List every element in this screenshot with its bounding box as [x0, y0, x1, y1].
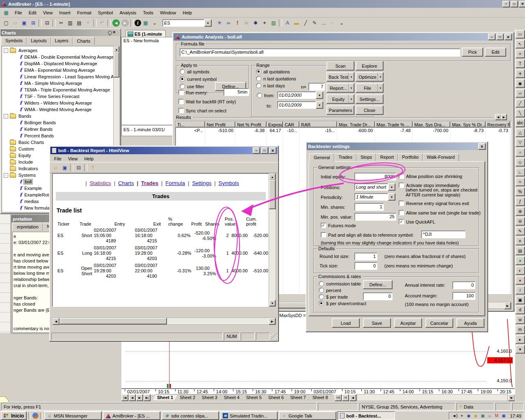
chevron-down-icon[interactable] [316, 101, 323, 109]
next-sheet-icon[interactable]: ▶ [136, 394, 143, 401]
checkbox-icon[interactable] [321, 232, 326, 237]
sheet-tab[interactable]: Sheet 6 [264, 394, 288, 400]
drawing-tool-icon[interactable]: ✎ [516, 227, 525, 235]
tree-item[interactable]: TSF - Time Series Forecast [2, 93, 113, 100]
toolbar-icon[interactable]: A [283, 19, 292, 27]
radio-icon[interactable] [256, 76, 261, 81]
checkbox-icon[interactable] [399, 201, 404, 206]
menu-item[interactable]: Window [157, 9, 179, 16]
toolbar-icon[interactable]: ✦ [260, 19, 269, 27]
drawing-tool-icon[interactable]: ╲ [516, 109, 525, 117]
tree-item[interactable]: MA - Simple Moving Average [2, 80, 113, 87]
drawing-tool-icon[interactable]: ▾ [516, 345, 525, 354]
menu-item[interactable]: View [40, 9, 56, 16]
aa-action-button[interactable]: Scan ▼ [326, 61, 354, 71]
checkbox-icon[interactable] [178, 108, 184, 113]
sheet-i-button[interactable]: +I [342, 394, 349, 401]
run-every-field[interactable]: 5min [224, 88, 249, 96]
formula-pane[interactable]: ES - New formula ES - 1-minute 03/01/ [121, 37, 178, 136]
results-column-header[interactable]: RAR [299, 121, 337, 128]
radio-icon[interactable] [319, 301, 324, 306]
scroll-left-icon[interactable]: ◀ [52, 318, 59, 325]
menu-item[interactable]: View [65, 156, 81, 162]
tree-item[interactable]: Percent Bands [2, 132, 113, 139]
menu-item[interactable]: Symbol [95, 9, 116, 16]
apply-to-option[interactable]: current symbol [180, 76, 249, 82]
scroll-left-icon[interactable]: ◀ [349, 394, 356, 401]
report-nav-link[interactable]: Settings [185, 180, 211, 186]
results-column-header[interactable]: Net Profit [205, 121, 235, 128]
toolbar-icon[interactable] [70, 164, 73, 171]
toolbar-icon[interactable]: ▢ [2, 19, 11, 27]
report-content[interactable]: StatisticsChartsTradesFormulaSettingsSym… [52, 173, 269, 307]
scrollbar-thumb[interactable] [114, 52, 119, 78]
results-column-header[interactable]: Net % Profit [235, 121, 267, 128]
report-nav-link[interactable]: Statistics [82, 180, 111, 186]
drawing-tool-icon[interactable]: % [516, 187, 525, 196]
radio-icon[interactable] [257, 93, 262, 98]
radio-icon[interactable] [180, 69, 185, 74]
toolbar-icon[interactable]: ▬ [292, 19, 301, 27]
toolbar-icon[interactable]: ! [233, 19, 242, 27]
tree-item[interactable]: EMA - Exponential Moving Average [2, 67, 113, 73]
tray-icon[interactable]: ☺ [486, 413, 493, 419]
drawing-tool-icon[interactable]: ⊖ [516, 217, 525, 226]
scrollbar-thumb[interactable] [269, 180, 276, 209]
tray-icon[interactable]: ◆ [472, 413, 479, 419]
drawing-tool-icon[interactable]: + [516, 50, 525, 58]
results-column-header[interactable]: CAR [283, 121, 299, 128]
chevron-down-icon[interactable] [388, 183, 395, 191]
menu-item[interactable]: Format [74, 9, 95, 16]
report-nav-link[interactable]: Symbols [211, 180, 239, 186]
toolbar-icon[interactable]: i [135, 20, 141, 26]
interpretation-tab[interactable]: erpretation [12, 223, 43, 231]
panel-tab[interactable]: Layouts [27, 37, 51, 45]
aa-titlebar[interactable]: Automatic Analysis - boll.afl [173, 33, 513, 41]
pin-icon[interactable] [108, 31, 112, 35]
trade-row[interactable]: ES Short 02/01/2007 15:05:004189 03/01/2… [57, 227, 269, 244]
pick-button[interactable]: Pick [462, 48, 483, 57]
aa-action-button[interactable]: Optimize ▼ [356, 72, 383, 82]
minimize-icon[interactable] [488, 34, 495, 40]
chevron-down-icon[interactable]: ▼ [348, 73, 354, 81]
allow-shrinking-checkbox[interactable]: Allow position size shrinking [399, 173, 462, 179]
menu-item[interactable]: Help [179, 9, 195, 16]
report-horizontal-scrollbar[interactable]: ◀ ▶ [52, 317, 276, 325]
drawing-tool-icon[interactable]: ● [516, 256, 525, 265]
settings-titlebar[interactable]: Backtester settings [307, 143, 487, 150]
settings-tab[interactable]: Report [376, 153, 398, 162]
sheet-tab[interactable]: Sheet 3 [197, 394, 222, 400]
toolbar-icon[interactable]: ✎ [310, 19, 319, 27]
aa-action-button[interactable]: Report... ▼ [326, 83, 354, 93]
radio-icon[interactable] [319, 288, 324, 293]
chevron-down-icon[interactable] [316, 91, 323, 99]
drawing-tool-icon[interactable]: ▱ [516, 89, 525, 98]
tray-icon[interactable]: ◉ [466, 413, 472, 419]
toolbar-icon[interactable]: ▣ [20, 19, 29, 27]
toolbar-icon[interactable]: ? [88, 164, 97, 172]
drawing-tool-icon[interactable]: ∟ [516, 168, 525, 176]
toolbar-icon[interactable] [130, 19, 134, 27]
scroll-right-icon[interactable]: ▶ [269, 318, 276, 325]
dialog-button[interactable]: Aceptar [394, 318, 422, 328]
panel-tab[interactable]: Charts [73, 37, 95, 45]
report-vertical-scrollbar[interactable]: ▲ ▼ [269, 173, 276, 307]
drawing-tool-icon[interactable]: T [516, 59, 525, 68]
commission-define-button[interactable]: Define... [363, 280, 393, 289]
aa-action-button[interactable]: Explore ▼ [356, 61, 383, 71]
settings-tab[interactable]: Trades [334, 153, 356, 162]
report-nav-link[interactable]: Charts [111, 180, 134, 186]
resize-grip[interactable] [271, 333, 277, 339]
toolbar-icon[interactable]: × [84, 19, 93, 27]
drawing-tool-icon[interactable]: ƒ [516, 197, 525, 206]
sheet-s-button[interactable]: +S [335, 394, 342, 401]
min-pos-value-field[interactable]: 25 [354, 213, 396, 221]
menu-item[interactable]: Analysis [116, 9, 139, 16]
drawing-tool-icon[interactable]: ≈ [516, 178, 525, 186]
chevron-down-icon[interactable]: ▼ [348, 95, 354, 103]
close-icon[interactable] [478, 143, 486, 150]
drawing-tool-icon[interactable]: ✛ [516, 69, 525, 78]
expander-icon[interactable]: - [4, 114, 8, 119]
report-nav-link[interactable]: Trades [134, 180, 158, 186]
tray-icon[interactable]: ◄) [452, 413, 458, 419]
